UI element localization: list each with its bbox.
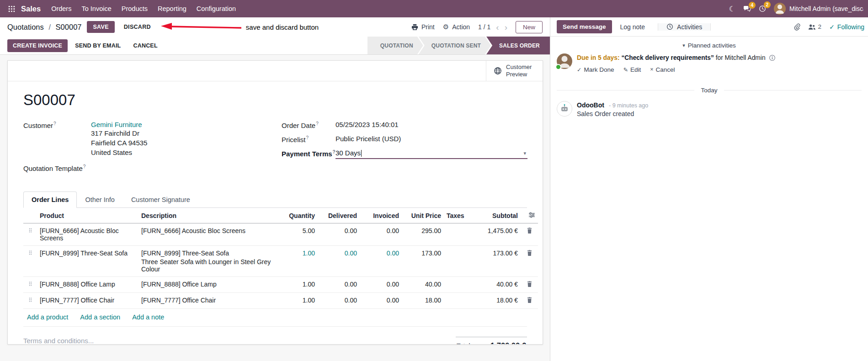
cell-description[interactable]: [FURN_8999] Three-Seat Sofa Three Seater… [138, 246, 276, 277]
mark-done-button[interactable]: ✓ Mark Done [577, 66, 614, 73]
quotation-template-field[interactable]: Quotation Template? [23, 164, 282, 172]
messages-icon[interactable]: 4 [743, 5, 751, 12]
app-name[interactable]: Sales [21, 5, 41, 13]
cell-subtotal: 18.00 € [471, 293, 521, 309]
customer-link[interactable]: Gemini Furniture [91, 121, 142, 128]
log-note-button[interactable]: Log note [617, 20, 649, 34]
optional-columns-icon[interactable] [521, 208, 538, 223]
attachment-paperclip-icon[interactable] [793, 23, 800, 31]
cell-description[interactable]: [FURN_8888] Office Lamp [138, 277, 276, 293]
cell-description[interactable]: [FURN_6666] Acoustic Bloc Screens [138, 223, 276, 246]
cell-invoiced[interactable]: 0.00 [360, 246, 402, 277]
print-button[interactable]: Print [411, 23, 435, 31]
activities-tab[interactable]: Activities [658, 23, 711, 31]
cell-delivered[interactable]: 0.00 [318, 246, 360, 277]
cancel-button[interactable]: CANCEL [128, 39, 162, 52]
discard-button[interactable]: DISCARD [120, 21, 154, 33]
menu-products[interactable]: Products [117, 0, 153, 17]
pager-next-icon[interactable]: › [505, 23, 507, 32]
pager-previous-icon[interactable]: ‹ [496, 23, 499, 32]
cell-product[interactable]: [FURN_6666] Acoustic Bloc Screens [37, 223, 138, 246]
add-note-link[interactable]: Add a note [132, 313, 164, 321]
following-button[interactable]: ✓ Following [829, 23, 864, 31]
activity-clock-icon[interactable]: 2 [759, 5, 766, 12]
col-product: Product [37, 208, 138, 223]
delete-row-icon[interactable] [521, 293, 538, 309]
drag-handle-icon[interactable] [23, 293, 37, 309]
user-menu[interactable]: Mitchell Admin (save_discar [774, 3, 863, 15]
tab-order-lines[interactable]: Order Lines [23, 191, 77, 208]
cell-invoiced[interactable]: 0.00 [360, 293, 402, 309]
customer-field: Customer? Gemini Furniture 317 Fairchild… [23, 121, 282, 157]
cell-taxes[interactable] [444, 277, 471, 293]
apps-grid-icon[interactable] [4, 0, 19, 17]
menu-reporting[interactable]: Reporting [153, 0, 192, 17]
cell-taxes[interactable] [444, 246, 471, 277]
table-row: [FURN_8888] Office Lamp [FURN_8888] Offi… [23, 277, 538, 293]
cell-taxes[interactable] [444, 293, 471, 309]
drag-handle-icon[interactable] [23, 277, 37, 293]
message-body: Sales Order created [577, 110, 648, 117]
chatter-panel: Send message Log note Activities 2 [550, 17, 868, 361]
info-icon[interactable] [769, 55, 775, 62]
customer-label: Customer? [23, 121, 91, 129]
cell-invoiced[interactable]: 0.00 [360, 223, 402, 246]
add-product-link[interactable]: Add a product [27, 313, 68, 321]
cell-quantity[interactable]: 5.00 [276, 223, 318, 246]
cell-product[interactable]: [FURN_7777] Office Chair [37, 293, 138, 309]
drag-handle-icon[interactable] [23, 246, 37, 277]
cell-invoiced[interactable]: 0.00 [360, 277, 402, 293]
drag-handle-icon[interactable] [23, 223, 37, 246]
new-button[interactable]: New [516, 21, 543, 33]
send-by-email-button[interactable]: SEND BY EMAIL [70, 39, 126, 52]
planned-activities-header[interactable]: ▾ Planned activities [557, 42, 862, 49]
menu-configuration[interactable]: Configuration [192, 0, 241, 17]
stage-quotation[interactable]: QUOTATION [367, 37, 423, 54]
dark-mode-moon-icon[interactable]: ☾ [729, 5, 735, 13]
edit-activity-button[interactable]: ✎ Edit [623, 66, 641, 73]
cell-product[interactable]: [FURN_8999] Three-Seat Sofa [37, 246, 138, 277]
cell-description[interactable]: [FURN_7777] Office Chair [138, 293, 276, 309]
save-button[interactable]: SAVE [87, 21, 114, 33]
breadcrumb-quotations-link[interactable]: Quotations [7, 23, 44, 31]
cell-unit-price[interactable]: 40.00 [402, 277, 444, 293]
delete-row-icon[interactable] [521, 277, 538, 293]
followers-button[interactable]: 2 [808, 23, 822, 30]
cell-delivered[interactable]: 0.00 [318, 277, 360, 293]
action-button[interactable]: ⚙ Action [443, 23, 470, 31]
create-invoice-button[interactable]: CREATE INVOICE [7, 39, 68, 52]
cell-unit-price[interactable]: 173.00 [402, 246, 444, 277]
cell-delivered[interactable]: 0.00 [318, 293, 360, 309]
tab-customer-signature[interactable]: Customer Signature [123, 191, 198, 208]
message-author[interactable]: OdooBot [577, 101, 604, 109]
menu-to-invoice[interactable]: To Invoice [76, 0, 116, 17]
stage-sales-order[interactable]: SALES ORDER [486, 37, 550, 54]
chatter-header: Send message Log note Activities 2 [550, 17, 868, 37]
total-value: 1,706.00 € [490, 341, 526, 344]
delete-row-icon[interactable] [521, 223, 538, 246]
payment-terms-input[interactable]: 30 Days ▾ [335, 149, 527, 159]
cell-product[interactable]: [FURN_8888] Office Lamp [37, 277, 138, 293]
notebook-tabs: Order Lines Other Info Customer Signatur… [23, 191, 527, 208]
cell-quantity[interactable]: 1.00 [276, 246, 318, 277]
cell-unit-price[interactable]: 295.00 [402, 223, 444, 246]
cell-quantity[interactable]: 1.00 [276, 277, 318, 293]
sheet-bottom: Terms and conditions... Total: 1,706.00 … [23, 337, 527, 344]
chevron-down-icon[interactable]: ▾ [523, 150, 526, 156]
cell-quantity[interactable]: 1.00 [276, 293, 318, 309]
pricelist-value[interactable]: Public Pricelist (USD) [335, 135, 401, 143]
order-date-value[interactable]: 05/25/2023 15:40:01 [335, 121, 399, 128]
send-message-button[interactable]: Send message [557, 20, 612, 33]
cancel-activity-button[interactable]: × Cancel [650, 66, 675, 73]
customer-preview-button[interactable]: Customer Preview [486, 61, 543, 81]
delete-row-icon[interactable] [521, 246, 538, 277]
add-section-link[interactable]: Add a section [80, 313, 120, 321]
tab-other-info[interactable]: Other Info [77, 191, 122, 208]
cell-taxes[interactable] [444, 223, 471, 246]
terms-placeholder[interactable]: Terms and conditions... [23, 337, 94, 344]
stage-quotation-sent[interactable]: QUOTATION SENT [419, 37, 491, 54]
cell-unit-price[interactable]: 18.00 [402, 293, 444, 309]
cell-delivered[interactable]: 0.00 [318, 223, 360, 246]
menu-orders[interactable]: Orders [46, 0, 76, 17]
following-label: Following [837, 23, 864, 31]
